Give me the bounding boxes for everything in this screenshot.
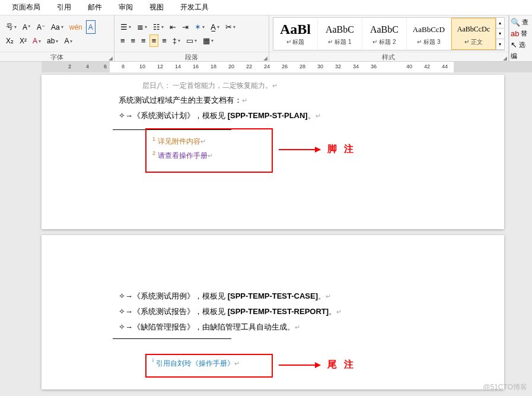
menu-view[interactable]: 视图 bbox=[141, 2, 172, 12]
multilevel-button[interactable]: ☷▾ bbox=[151, 21, 166, 33]
ruler-tick: 18 bbox=[211, 64, 216, 69]
find-button[interactable]: 🔍查 bbox=[511, 17, 531, 28]
ruler-area: 24681012141618202224262830323436404244 bbox=[0, 62, 532, 72]
style-title[interactable]: AaBl ↵ 标题 bbox=[273, 18, 318, 50]
group-font-label: 字体◢ bbox=[0, 52, 114, 61]
line-spacing-button[interactable]: ‡▾ bbox=[170, 34, 183, 47]
gallery-more-button[interactable]: ▾ bbox=[496, 39, 504, 50]
bullets-button[interactable]: ☰▾ bbox=[118, 21, 133, 33]
ruler-tick: 16 bbox=[193, 64, 199, 69]
ruler-tick: 8 bbox=[122, 64, 125, 69]
font-color-button[interactable]: A▾ bbox=[30, 35, 43, 47]
menu-developer[interactable]: 开发工具 bbox=[172, 2, 217, 12]
callout-endnote: 尾 注 bbox=[327, 359, 356, 371]
style-heading2[interactable]: AaBbC ↵ 标题 2 bbox=[362, 18, 407, 50]
para-item1: ✧→《系统测试计划》，模板见 [SPP-TEMP-ST-PLAN]。↵ bbox=[119, 108, 433, 123]
group-font: 号▾ A⁺ A⁻ Aa▾ wén A X₂ X² A▾ ab▾ A▾ 字体◢ bbox=[0, 15, 114, 61]
para-item4: ✧→《缺陷管理报告》，由缺陷管理工具自动生成。↵ bbox=[119, 319, 433, 335]
menu-references[interactable]: 引用 bbox=[49, 2, 79, 12]
decrease-indent-button[interactable]: ⇤ bbox=[167, 21, 179, 33]
clear-format-button[interactable]: wén bbox=[67, 20, 85, 34]
para-marks-button[interactable]: ✂▾ bbox=[223, 21, 238, 33]
ruler-tick: 28 bbox=[300, 64, 305, 69]
replace-button[interactable]: ab替 bbox=[511, 28, 531, 39]
ruler-tick: 20 bbox=[228, 64, 234, 69]
ruler-tick: 10 bbox=[139, 64, 145, 69]
ruler-tick: 6 bbox=[104, 64, 107, 69]
ruler-tick: 34 bbox=[353, 64, 359, 69]
ruler-tick: 22 bbox=[246, 64, 252, 69]
align-left-button[interactable]: ≡ bbox=[118, 34, 128, 47]
body-text-2[interactable]: ✧→《系统测试用例》，模板见 [SPP-TEMP-TEST-CASE]。↵ ✧→… bbox=[119, 289, 433, 335]
styles-gallery: AaBl ↵ 标题 AaBbC ↵ 标题 1 AaBbC ↵ 标题 2 AaBb… bbox=[273, 17, 505, 50]
menu-mailings[interactable]: 邮件 bbox=[79, 2, 110, 12]
fragment-line: 层日八： 一定首馆能力，二定恢复能力。↵ bbox=[119, 78, 433, 93]
gallery-down-button[interactable]: ▾ bbox=[496, 28, 504, 39]
group-editing: 🔍查 ab替 ↖选 编 bbox=[509, 15, 532, 61]
menu-review[interactable]: 审阅 bbox=[110, 2, 141, 12]
para-item3: ✧→《系统测试报告》，模板见 [SPP-TEMP-TEST-REPORT]。↵ bbox=[119, 304, 433, 319]
ruler-tick: 40 bbox=[406, 64, 412, 69]
group-paragraph: ☰▾ ≣▾ ☷▾ ⇤ ⇥ ✶▾ A̲▾ ✂▾ ≡ ≡ ≡ ≡ ≡ ‡▾ ▭▾ bbox=[114, 15, 269, 61]
ruler-tick: 44 bbox=[442, 64, 448, 69]
ruler-tick: 2 bbox=[68, 64, 71, 69]
ruler-tick: 12 bbox=[157, 64, 163, 69]
sort-button[interactable]: ✶▾ bbox=[192, 21, 207, 33]
page-1: 层日八： 一定首馆能力，二定恢复能力。↵ 系统测试过程域产生的主要文档有：↵ ✧… bbox=[42, 75, 504, 229]
superscript-button[interactable]: X² bbox=[17, 35, 29, 47]
char-border-button[interactable]: A▾ bbox=[62, 35, 75, 47]
para-intro: 系统测试过程域产生的主要文档有：↵ bbox=[119, 93, 433, 108]
endnote-1[interactable]: i引用自刘玲《操作手册》↵ bbox=[152, 357, 266, 369]
ruler-tick: 24 bbox=[264, 64, 270, 69]
page-2: ✧→《系统测试用例》，模板见 [SPP-TEMP-TEST-CASE]。↵ ✧→… bbox=[42, 235, 504, 389]
align-center-button[interactable]: ≡ bbox=[128, 34, 138, 47]
group-styles-label: 样式◢ bbox=[269, 52, 508, 61]
group-styles: AaBl ↵ 标题 AaBbC ↵ 标题 1 AaBbC ↵ 标题 2 AaBb… bbox=[269, 15, 509, 61]
gallery-scroll: ▴ ▾ ▾ bbox=[496, 18, 504, 50]
distribute-button[interactable]: ≡ bbox=[160, 34, 169, 47]
align-justify-button[interactable]: ≡ bbox=[149, 34, 159, 47]
highlight-button[interactable]: ab▾ bbox=[44, 35, 60, 47]
ruler-tick: 36 bbox=[371, 64, 377, 69]
footnote-2[interactable]: 2请查看操作手册↵ bbox=[152, 148, 266, 163]
watermark: @51CTO博客 bbox=[483, 382, 527, 392]
horizontal-ruler[interactable]: 24681012141618202224262830323436404244 bbox=[42, 62, 532, 72]
para-item2: ✧→《系统测试用例》，模板见 [SPP-TEMP-TEST-CASE]。↵ bbox=[119, 289, 433, 304]
callout-footnote: 脚 注 bbox=[327, 143, 356, 156]
ruler-tick: 30 bbox=[317, 64, 323, 69]
grow-font-button[interactable]: A⁺ bbox=[20, 20, 33, 34]
shading-button[interactable]: ▭▾ bbox=[184, 34, 199, 47]
show-marks-button[interactable]: A̲▾ bbox=[208, 21, 222, 33]
group-para-label: 段落◢ bbox=[114, 52, 269, 61]
arrow-icon bbox=[279, 149, 320, 150]
menu-page-layout[interactable]: 页面布局 bbox=[4, 2, 49, 12]
font-size-box[interactable]: 号▾ bbox=[4, 20, 19, 34]
ribbon: 号▾ A⁺ A⁻ Aa▾ wén A X₂ X² A▾ ab▾ A▾ 字体◢ bbox=[0, 15, 532, 62]
borders-button[interactable]: ▦▾ bbox=[200, 34, 216, 47]
style-heading1[interactable]: AaBbC ↵ 标题 1 bbox=[318, 18, 362, 50]
footnote-1[interactable]: 1详见附件内容↵ bbox=[152, 134, 266, 148]
numbering-button[interactable]: ≣▾ bbox=[135, 21, 149, 33]
compile-button[interactable]: 编 bbox=[511, 50, 531, 62]
style-heading3[interactable]: AaBbCcD ↵ 标题 3 bbox=[407, 18, 451, 50]
style-normal[interactable]: AaBbCcDc ↵ 正文 bbox=[451, 18, 496, 50]
body-text[interactable]: 层日八： 一定首馆能力，二定恢复能力。↵ 系统测试过程域产生的主要文档有：↵ ✧… bbox=[119, 78, 433, 123]
char-frame-button[interactable]: A bbox=[86, 20, 95, 34]
shrink-font-button[interactable]: A⁻ bbox=[34, 20, 47, 34]
subscript-button[interactable]: X₂ bbox=[4, 35, 16, 47]
ruler-tick: 26 bbox=[282, 64, 288, 69]
change-case-button[interactable]: Aa▾ bbox=[49, 20, 66, 34]
ruler-tick: 42 bbox=[424, 64, 430, 69]
select-button[interactable]: ↖选 bbox=[511, 39, 531, 50]
endnote-separator bbox=[113, 338, 231, 339]
endnote-annotation-box: i引用自刘玲《操作手册》↵ bbox=[145, 354, 273, 378]
ruler-tick: 4 bbox=[86, 64, 89, 69]
align-right-button[interactable]: ≡ bbox=[139, 34, 148, 47]
gallery-up-button[interactable]: ▴ bbox=[496, 18, 504, 28]
arrow-icon bbox=[279, 365, 320, 366]
increase-indent-button[interactable]: ⇥ bbox=[180, 21, 191, 33]
menu-bar: 页面布局 引用 邮件 审阅 视图 开发工具 bbox=[0, 0, 532, 15]
document-area[interactable]: 层日八： 一定首馆能力，二定恢复能力。↵ 系统测试过程域产生的主要文档有：↵ ✧… bbox=[0, 72, 532, 396]
footnote-annotation-box: 1详见附件内容↵ 2请查看操作手册↵ bbox=[145, 128, 273, 173]
ruler-tick: 14 bbox=[175, 64, 181, 69]
